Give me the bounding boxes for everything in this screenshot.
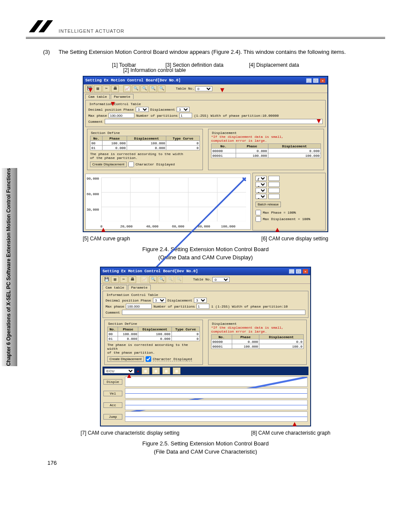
displacement-decimal-select[interactable]: 3 <box>177 107 190 112</box>
phase-decimal-select[interactable]: 3 <box>153 298 166 303</box>
print-icon[interactable]: 🖶 <box>111 85 119 92</box>
char-plot-jump[interactable] <box>125 411 308 422</box>
callout-arrow-icon: ▼ <box>109 100 116 108</box>
section-legend: Section Define <box>90 131 200 135</box>
x-tick: 100,000 <box>221 224 236 228</box>
info-control-panel: Information Control Table Decimal positi… <box>85 100 326 127</box>
char-label-disple: Disple <box>103 379 122 385</box>
zoom-fit-icon: 🔍 <box>166 276 174 283</box>
maximize-button[interactable]: □ <box>313 78 319 83</box>
phase-decimal-select[interactable]: 3 <box>136 107 149 112</box>
callout-arrow-icon: ▼ <box>100 226 107 234</box>
minimize-button[interactable]: _ <box>289 269 295 274</box>
chart-mode-icon[interactable]: ▦ <box>152 367 160 374</box>
table-row: 000000.0000.0 <box>212 339 304 344</box>
comment-input[interactable] <box>105 119 323 124</box>
char-label-jump: Jump <box>103 414 122 420</box>
batch-release-button[interactable]: Batch release <box>255 202 281 207</box>
series-select-1[interactable]: - <box>255 182 267 187</box>
char-plot-vel[interactable] <box>125 388 308 398</box>
max-phase-input[interactable] <box>126 304 152 309</box>
tab-cam-table[interactable]: Cam table <box>85 94 110 99</box>
figure-2-5: Setting Ex Motion Control Board[Dev No.0… <box>100 267 311 426</box>
series-select-0[interactable]: 0 <box>255 176 267 181</box>
figure-2-5-caption-a: Figure 2.5. Setting Extension Motion Con… <box>26 440 385 447</box>
intro-number: (3) <box>43 48 59 56</box>
character-displayed-checkbox[interactable] <box>146 356 151 362</box>
color-swatch[interactable] <box>268 194 280 199</box>
section-note: The phase is corrected according to the … <box>90 152 200 156</box>
char-plot-acc[interactable] <box>125 400 308 410</box>
tab-parameter[interactable]: Paramete <box>111 94 133 99</box>
chart-icon[interactable]: 📈 <box>123 85 131 92</box>
callout-arrow-icon: ▼ <box>291 420 298 428</box>
x-tick: 80,000 <box>198 224 210 228</box>
curve-display-setting-panel: 0 - - - Batch release Max Phase = 100% M… <box>252 173 326 230</box>
logo-mark-icon <box>26 17 56 35</box>
print-icon[interactable]: 🖶 <box>128 276 136 283</box>
num-partitions-input[interactable] <box>179 113 192 118</box>
create-displacement-button[interactable]: Create Displacement <box>107 356 144 362</box>
chart-mode-icon[interactable]: ▦ <box>173 367 181 374</box>
character-displayed-checkbox[interactable] <box>128 162 134 167</box>
char-label-acc: Acc <box>103 402 122 408</box>
annot-6: [6] CAM curve display setting <box>262 236 328 242</box>
section-define-panel: Section Define No.PhaseDisplacementType … <box>87 129 203 170</box>
y-tick: 30,000 <box>87 208 99 212</box>
zoom-reset-icon[interactable]: 🔍 <box>158 85 165 92</box>
zoom-in-icon[interactable]: 🔍 <box>140 85 148 92</box>
tool-icon[interactable]: ▤ <box>111 276 119 283</box>
displacement-decimal-select[interactable]: 3 <box>194 298 207 303</box>
char-label-vel: Vel <box>103 391 122 396</box>
table-no-label: Table No. <box>176 87 194 90</box>
displacement-table[interactable]: No.PhaseDisplacement 000000.0000.000 000… <box>211 143 321 158</box>
minimize-button[interactable]: _ <box>306 78 312 83</box>
table-no-select[interactable]: 0 <box>212 277 230 282</box>
max-displacement-checkbox[interactable] <box>255 216 261 222</box>
displacement-legend: Displacement <box>211 131 321 135</box>
chart-mode-icon[interactable]: ▦ <box>142 367 149 374</box>
displacement-panel: Displacement *If the displacement data i… <box>208 320 307 365</box>
section-table[interactable]: No.PhaseDisplacementType Curve 00100.000… <box>107 327 200 341</box>
maximize-button[interactable]: □ <box>296 269 302 274</box>
save-icon[interactable]: 💾 <box>103 276 110 283</box>
partition-range-text: (1-255) Width of phase partition:10.0000… <box>194 114 279 118</box>
color-swatch[interactable] <box>268 176 280 181</box>
num-partitions-input[interactable] <box>196 304 209 309</box>
close-button[interactable]: ✕ <box>302 269 308 274</box>
cam-curve-chart[interactable]: 90,000 60,000 30,000 0 20,000 40,000 60,… <box>85 174 251 230</box>
displacement-table[interactable]: No.PhaseDisplacement 000000.0000.0 00001… <box>211 334 304 349</box>
table-row: 00100.000100.0000 <box>108 332 200 336</box>
character-displayed-label: Character Displayed <box>153 357 192 361</box>
tab-parameter[interactable]: Paramete <box>128 285 150 290</box>
max-phase-checkbox[interactable] <box>255 210 261 215</box>
max-displacement-label: Max Displacement = 100% <box>263 217 310 221</box>
close-button[interactable]: ✕ <box>320 78 326 83</box>
zoom-out-icon[interactable]: 🔍 <box>149 276 157 283</box>
window-titlebar[interactable]: Setting Ex Motion Control Board[Dev No.0… <box>84 77 327 84</box>
tool-icon[interactable]: ▤ <box>94 85 102 92</box>
table-no-select[interactable]: 0 <box>195 86 212 91</box>
cut-icon[interactable]: ✂ <box>120 276 128 283</box>
section-table[interactable]: No.PhaseDisplacementType Curve 00100.000… <box>90 136 200 150</box>
comment-input[interactable] <box>122 310 305 315</box>
max-phase-label: Max Phase = 100% <box>263 211 296 215</box>
series-select-2[interactable]: - <box>255 188 267 193</box>
series-select-3[interactable]: - <box>255 194 267 199</box>
chart-mode-icon[interactable]: ▦ <box>162 367 170 374</box>
annot-7: [7] CAM curve characteristic display set… <box>81 430 179 436</box>
window-titlebar[interactable]: Setting Ex Motion Control Board[Dev No.0… <box>101 268 310 275</box>
zoom-out-icon[interactable]: 🔍 <box>132 85 140 92</box>
cut-icon[interactable]: ✂ <box>103 85 110 92</box>
zoom-in-icon[interactable]: 🔍 <box>158 276 165 283</box>
char-plot-disple[interactable] <box>125 376 308 387</box>
y-tick: 90,000 <box>87 177 99 180</box>
create-displacement-button[interactable]: Create Displacement <box>90 162 127 167</box>
max-phase-input[interactable] <box>109 113 134 118</box>
color-swatch[interactable] <box>268 188 280 193</box>
color-swatch[interactable] <box>268 182 280 187</box>
y-tick: 60,000 <box>87 192 99 196</box>
tab-cam-table[interactable]: Cam table <box>103 285 127 290</box>
figure-2-4: ▼ ▼ ▼ ▼ Setting Ex Motion Control Board[… <box>83 76 328 232</box>
zoom-fit-icon[interactable]: 🔍 <box>149 85 157 92</box>
